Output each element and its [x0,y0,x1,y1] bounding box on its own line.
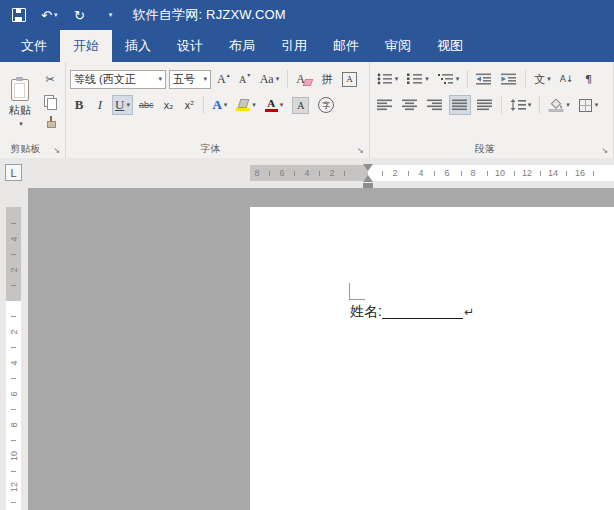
text-boundary-corner-mark [349,283,365,300]
horizontal-ruler-body-band: 2 4 6 8 10 12 14 16 [368,165,614,181]
tab-view[interactable]: 视图 [424,30,476,62]
paste-button[interactable]: 粘贴 ▾ [4,68,36,136]
paste-dropdown-icon: ▾ [19,120,23,128]
undo-button[interactable]: ↶▾ [40,4,58,26]
italic-icon: I [98,97,102,113]
asian-layout-button[interactable]: 文▾ [531,69,554,89]
distribute-button[interactable] [474,95,496,115]
format-painter-button[interactable] [39,112,61,131]
highlight-color-button[interactable]: ▾ [233,95,259,115]
asian-layout-dropdown-icon: ▾ [547,75,551,83]
font-size-combo[interactable]: 五号 ▾ [169,70,211,89]
tab-references[interactable]: 引用 [268,30,320,62]
qat-customize-button[interactable]: ▾ [100,4,118,26]
show-formatting-marks-button[interactable]: ¶ [580,69,598,89]
sort-button[interactable]: A↓ [557,69,577,89]
numbering-button[interactable]: ▾ [404,69,432,89]
copy-button[interactable] [39,91,61,110]
shading-button[interactable]: ▾ [545,95,573,115]
tab-review[interactable]: 审阅 [372,30,424,62]
paragraph-dialog-launcher[interactable]: ↘ [599,145,610,156]
superscript-button[interactable]: x² [180,95,198,115]
qat-customize-icon: ▾ [109,11,113,19]
bold-button[interactable]: B [70,95,88,115]
line-spacing-dropdown-icon: ▾ [528,101,532,109]
name-label-text[interactable]: 姓名: [350,303,382,319]
clear-formatting-button[interactable]: A [293,69,315,89]
shrink-font-button[interactable]: A▾ [236,69,254,89]
underline-button[interactable]: U▾ [112,95,133,115]
quick-access-toolbar: ↶▾ ↻ ▾ [10,4,118,26]
clipboard-small-buttons: ✂ [39,68,61,136]
save-icon [12,8,26,22]
divider [467,70,468,88]
horizontal-ruler[interactable]: 8 6 4 2 2 4 6 8 10 12 14 16 [250,165,614,181]
strikethrough-button[interactable]: abc [136,95,157,115]
font-name-combo[interactable]: 等线 (西文正 ▾ [70,70,166,89]
font-color-bar [265,109,278,112]
underline-blank[interactable] [382,304,463,319]
bullets-button[interactable]: ▾ [374,69,402,89]
ruler-number: 14 [548,168,558,178]
format-painter-icon [45,116,56,128]
font-dialog-launcher[interactable]: ↘ [355,145,366,156]
borders-button[interactable]: ▾ [576,95,602,115]
bullets-dropdown-icon: ▾ [395,75,399,83]
italic-button[interactable]: I [91,95,109,115]
undo-icon: ↶ [41,8,52,23]
tab-layout[interactable]: 布局 [216,30,268,62]
decrease-indent-button[interactable] [473,69,495,89]
ruler-number: 8 [470,168,475,178]
font-color-button[interactable]: A ▾ [262,95,287,115]
cut-icon: ✂ [45,73,54,86]
clipboard-buttons: 粘贴 ▾ ✂ [4,68,61,136]
character-shading-button[interactable]: A [289,95,312,115]
save-button[interactable] [10,4,28,26]
divider [203,96,204,114]
tab-insert[interactable]: 插入 [112,30,164,62]
character-border-button[interactable]: A [339,69,360,89]
font-group-label: 字体 [66,142,355,156]
grow-font-button[interactable]: A▴ [214,69,233,89]
tab-home[interactable]: 开始 [60,30,112,62]
shading-dropdown-icon: ▾ [566,101,570,109]
word-window: ↶▾ ↻ ▾ 软件自学网: RJZXW.COM 文件 开始 插入 设计 布局 引… [0,0,614,510]
document-page[interactable]: 姓名: ↵ [250,207,614,510]
subscript-button[interactable]: x₂ [159,95,177,115]
tab-mailings[interactable]: 邮件 [320,30,372,62]
redo-button[interactable]: ↻ [70,4,88,26]
phonetic-guide-button[interactable]: 拼 [318,69,336,89]
redo-icon: ↻ [74,8,85,23]
hanging-indent-marker[interactable] [363,175,373,182]
align-center-button[interactable] [399,95,421,115]
tab-design[interactable]: 设计 [164,30,216,62]
first-line-indent-marker[interactable] [363,164,373,171]
tab-file[interactable]: 文件 [8,30,60,62]
change-case-button[interactable]: Aa▾ [257,69,283,89]
align-left-button[interactable] [374,95,396,115]
ruler-number: 6 [444,168,449,178]
cut-button[interactable]: ✂ [39,70,61,89]
justify-button[interactable] [449,95,471,115]
ruler-number: 2 [9,267,19,272]
multilevel-list-button[interactable]: ▾ [435,69,463,89]
align-right-button[interactable] [424,95,446,115]
paragraph-group-label: 段落 [370,142,599,156]
text-effects-button[interactable]: A▾ [209,95,230,115]
bold-icon: B [75,97,84,113]
divider [287,70,288,88]
shrink-font-arrow-icon: ▾ [247,70,250,79]
line-spacing-button[interactable]: ▾ [507,95,535,115]
tab-selector[interactable]: L [5,164,22,181]
document-text-line[interactable]: 姓名: ↵ [350,303,474,319]
enclose-characters-button[interactable]: 字 [315,95,337,115]
horizontal-ruler-margin-band: 8 6 4 2 [250,165,368,181]
sort-icon: A↓ [560,74,574,84]
highlight-dropdown-icon: ▾ [252,101,256,109]
text-effects-dropdown-icon: ▾ [224,101,228,109]
vertical-ruler-body-band: 2 4 6 8 10 12 [6,301,21,510]
vertical-ruler[interactable]: 4 2 2 4 6 8 10 12 [6,207,21,510]
increase-indent-button[interactable] [498,69,520,89]
paragraph-row-2: ▾ ▾ ▾ [374,94,609,116]
clipboard-dialog-launcher[interactable]: ↘ [51,145,62,156]
